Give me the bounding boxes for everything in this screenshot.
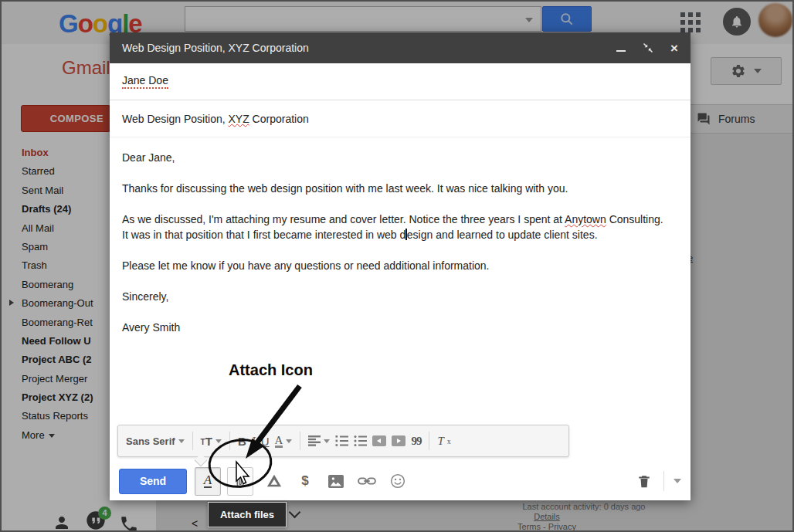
font-family-dropdown[interactable]: Sans Serif	[126, 435, 185, 447]
dollar-sign: $	[301, 473, 308, 489]
underline-button[interactable]: U	[261, 435, 270, 448]
bold-button[interactable]: B	[238, 435, 246, 448]
numbered-list-button[interactable]	[335, 435, 348, 446]
insert-link-button[interactable]	[357, 476, 377, 486]
compose-titlebar[interactable]: Web Design Position, XYZ Corporation ×	[110, 32, 691, 63]
subject-text: Web Design Position, XYZ Corporation	[122, 113, 309, 125]
recipient-name: Jane Doe	[122, 74, 168, 89]
format-a: A	[204, 474, 212, 488]
insert-photo-button[interactable]	[326, 474, 346, 489]
request-money-button[interactable]: $	[295, 473, 315, 489]
indent-less-button[interactable]	[372, 435, 386, 446]
clear-t: T	[437, 435, 443, 448]
indent-more-button[interactable]	[392, 435, 405, 446]
subject-part-misspelled: XYZ	[228, 113, 249, 125]
body-paragraph: Dear Jane,	[122, 150, 672, 165]
send-button[interactable]: Send	[119, 469, 187, 494]
font-size-dropdown[interactable]: TT	[201, 435, 222, 447]
body-text: esign and learned to update client sites…	[407, 229, 598, 241]
compose-bottom-bar: Send A $	[110, 462, 691, 500]
send-label: Send	[140, 475, 166, 487]
size-icon: TT	[201, 435, 212, 447]
formatting-toolbar: Sans Serif TT B I U A	[117, 425, 569, 457]
divider	[663, 471, 664, 491]
body-paragraph: Avery Smith	[122, 320, 672, 335]
discard-draft-button[interactable]	[634, 473, 654, 490]
exit-fullscreen-icon[interactable]	[643, 42, 653, 53]
more-options-caret-icon[interactable]	[674, 479, 681, 483]
subject-field[interactable]: Web Design Position, XYZ Corporation	[110, 101, 691, 137]
color-a: A	[275, 435, 283, 448]
divider	[229, 432, 230, 450]
caret-down-icon	[178, 439, 185, 443]
numbered-list-icon	[335, 435, 348, 446]
message-body[interactable]: Dear Jane, Thanks for discussing the web…	[122, 150, 672, 351]
indent-less-icon	[372, 435, 386, 446]
quote-button[interactable]: 99	[411, 435, 421, 448]
italic-button[interactable]: I	[252, 435, 256, 448]
link-icon	[358, 476, 376, 486]
indent-more-icon	[392, 435, 405, 446]
body-paragraph: Sincerely,	[122, 289, 672, 304]
divider	[300, 432, 300, 450]
bulleted-list-icon	[354, 435, 367, 446]
large-t: T	[205, 435, 212, 447]
minimize-icon[interactable]	[616, 50, 626, 53]
divider	[429, 432, 429, 450]
font-name: Sans Serif	[126, 435, 175, 447]
body-paragraph: As we discussed, I'm attaching my resume…	[122, 212, 672, 242]
compose-title: Web Design Position, XYZ Corporation	[122, 42, 616, 54]
align-button[interactable]	[308, 435, 330, 446]
body-paragraph: Please let me know if you have any quest…	[122, 258, 672, 273]
remove-formatting-button[interactable]: Tx	[437, 435, 450, 448]
compose-window: Web Design Position, XYZ Corporation × J…	[110, 32, 691, 500]
caret-down-icon	[286, 439, 292, 443]
smiley-icon	[390, 473, 405, 489]
align-left-icon	[308, 435, 321, 446]
drive-icon	[266, 473, 283, 489]
clear-x: x	[447, 437, 451, 446]
paperclip-icon	[232, 472, 248, 490]
screenshot-root: Google Gmail	[0, 0, 794, 532]
text-color-button[interactable]: A	[275, 435, 293, 448]
body-text: As we discussed, I'm attaching my resume…	[122, 213, 565, 225]
insert-emoji-button[interactable]	[388, 473, 408, 489]
subject-part: Corporation	[249, 113, 309, 125]
photo-icon	[327, 474, 344, 489]
bulleted-list-button[interactable]	[354, 435, 367, 446]
recipient-field[interactable]: Jane Doe	[110, 63, 691, 100]
window-controls: ×	[616, 42, 678, 55]
insert-drive-button[interactable]	[264, 473, 284, 489]
formatting-options-toggle[interactable]: A	[195, 467, 221, 496]
subject-part: Web Design Position,	[122, 113, 228, 125]
body-text-misspelled: Anytown	[565, 213, 606, 225]
close-icon[interactable]: ×	[670, 42, 678, 55]
attach-files-button[interactable]	[227, 467, 253, 496]
body-paragraph: Thanks for discussing the web design pos…	[122, 181, 672, 196]
divider	[192, 432, 193, 450]
trash-icon	[637, 473, 651, 490]
caret-down-icon	[215, 439, 222, 443]
caret-down-icon	[324, 439, 330, 443]
